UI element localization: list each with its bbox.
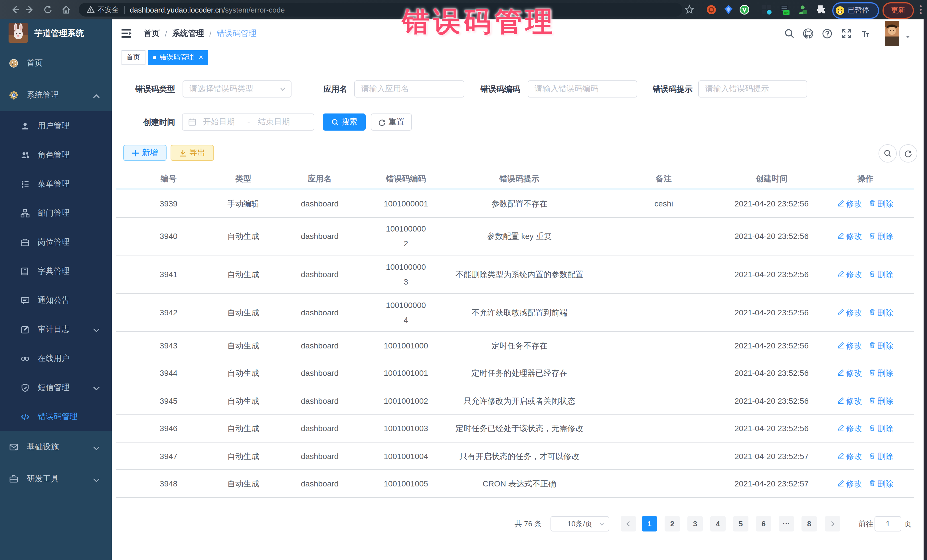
sidebar-item-m10[interactable]: 在线用户 — [0, 344, 112, 373]
edit-link[interactable]: 修改 — [837, 393, 862, 408]
chrome-menu-icon[interactable] — [916, 5, 925, 15]
header-search-icon[interactable] — [784, 29, 795, 39]
pagination-page-2[interactable]: 2 — [664, 516, 680, 531]
edit-link[interactable]: 修改 — [837, 449, 862, 463]
pagination-page-1[interactable]: 1 — [642, 516, 657, 531]
delete-link[interactable]: 删除 — [869, 229, 894, 244]
edit-link[interactable]: 修改 — [837, 338, 862, 353]
pagination-page-5[interactable]: 5 — [733, 516, 748, 531]
edit-link[interactable]: 修改 — [837, 476, 862, 491]
errcode-icon — [21, 412, 30, 421]
delete-link[interactable]: 删除 — [869, 305, 894, 320]
hamburger-icon[interactable] — [120, 27, 132, 39]
breadcrumb-system[interactable]: 系统管理 — [172, 29, 204, 39]
help-icon[interactable] — [822, 29, 832, 39]
address-bar[interactable]: 不安全 dashboard.yudao.iocoder.cn/system/er… — [79, 3, 682, 17]
bookmark-star-icon[interactable] — [685, 5, 694, 14]
delete-link[interactable]: 删除 — [869, 449, 894, 463]
user-avatar[interactable] — [885, 21, 899, 46]
error-hint-input[interactable]: 请输入错误码提示 — [698, 80, 807, 97]
error-type-select[interactable]: 请选择错误码类型 — [182, 80, 292, 97]
pagination-page-8[interactable]: 8 — [801, 516, 817, 531]
delete-link[interactable]: 删除 — [869, 196, 894, 211]
delete-link[interactable]: 删除 — [869, 393, 894, 408]
app-name-input[interactable]: 请输入应用名 — [354, 80, 464, 97]
pagination-page-3[interactable]: 3 — [687, 516, 703, 531]
sidebar-item-m4[interactable]: 菜单管理 — [0, 169, 112, 199]
cell-actions: 修改删除 — [817, 421, 913, 436]
cell-hint: 不能删除类型为系统内置的参数配置 — [437, 267, 602, 282]
sidebar-item-m2[interactable]: 用户管理 — [0, 111, 112, 140]
breadcrumb-home[interactable]: 首页 — [144, 29, 160, 39]
error-code-input[interactable]: 请输入错误码编码 — [528, 80, 637, 97]
forward-icon[interactable] — [25, 5, 34, 14]
cell-type: 自动生成 — [222, 449, 265, 463]
table-search-toggle-button[interactable] — [878, 144, 897, 162]
extension-icon-5[interactable]: on — [779, 5, 790, 15]
edit-link[interactable]: 修改 — [837, 305, 862, 320]
reset-button[interactable]: 重置 — [371, 114, 412, 131]
tab-home[interactable]: 首页 — [121, 50, 145, 65]
back-icon[interactable] — [11, 5, 20, 14]
sidebar-logo[interactable]: 芋道管理系统 — [0, 20, 112, 47]
sidebar-item-error-code-management[interactable]: 错误码管理 — [0, 402, 112, 431]
sidebar-item-m13[interactable]: 基础设施 — [0, 431, 112, 463]
security-chip[interactable]: 不安全 — [87, 5, 119, 15]
pagination-page-4[interactable]: 4 — [710, 516, 726, 531]
edit-link[interactable]: 修改 — [837, 267, 862, 282]
sidebar-item-m7[interactable]: 字典管理 — [0, 256, 112, 286]
sidebar-item-m9[interactable]: 审计日志 — [0, 315, 112, 344]
edit-link[interactable]: 修改 — [837, 421, 862, 436]
edit-link[interactable]: 修改 — [837, 196, 862, 211]
extension-icon-1[interactable] — [706, 5, 716, 15]
delete-link[interactable]: 删除 — [869, 267, 894, 282]
extension-icon-6[interactable] — [798, 5, 808, 15]
sidebar-item-m8[interactable]: 通知公告 — [0, 286, 112, 315]
fullscreen-icon[interactable] — [842, 29, 852, 39]
sidebar-item-home[interactable]: 首页 — [0, 47, 112, 79]
delete-link[interactable]: 删除 — [869, 366, 894, 380]
cell-time: 2021-04-20 23:52:57 — [726, 449, 817, 463]
delete-icon — [869, 366, 876, 380]
delete-link[interactable]: 删除 — [869, 421, 894, 436]
export-button[interactable]: 导出 — [170, 145, 214, 161]
search-button[interactable]: 搜索 — [323, 114, 366, 131]
avatar-caret-icon[interactable] — [905, 33, 911, 40]
pagination-goto-input[interactable]: 1 — [874, 516, 901, 531]
sidebar-item-m14[interactable]: 研发工具 — [0, 463, 112, 495]
pagination-prev-button[interactable] — [620, 516, 636, 531]
extension-icon-4[interactable] — [761, 5, 772, 15]
cell-hint: 参数配置 key 重复 — [437, 229, 602, 244]
sidebar-item-system[interactable]: 系统管理 — [0, 79, 112, 111]
tab-error-code[interactable]: 错误码管理 ✕ — [148, 50, 208, 65]
table-refresh-button[interactable] — [899, 144, 917, 162]
cell-time: 2021-04-20 23:52:56 — [726, 421, 817, 436]
delete-link[interactable]: 删除 — [869, 338, 894, 353]
delete-icon — [869, 476, 876, 491]
sidebar-item-m11[interactable]: 短信管理 — [0, 373, 112, 402]
chrome-update-button[interactable]: 更新 — [883, 2, 914, 19]
delete-link[interactable]: 删除 — [869, 476, 894, 491]
page-scrollbar[interactable] — [924, 20, 927, 560]
extension-icon-2[interactable] — [723, 5, 734, 15]
edit-link[interactable]: 修改 — [837, 229, 862, 244]
pagination-ellipsis[interactable]: ··· — [779, 516, 794, 531]
page-size-select[interactable]: 10条/页 — [550, 516, 609, 531]
date-range-input[interactable]: 开始日期 - 结束日期 — [182, 114, 314, 131]
sidebar-item-m3[interactable]: 角色管理 — [0, 140, 112, 169]
pagination-page-6[interactable]: 6 — [756, 516, 771, 531]
reload-icon[interactable] — [43, 5, 53, 14]
cell-id: 3944 — [115, 366, 222, 380]
edit-link[interactable]: 修改 — [837, 366, 862, 380]
extension-icon-3[interactable] — [739, 5, 749, 15]
profile-paused-badge[interactable]: 已暂停 — [832, 2, 879, 19]
tab-close-icon[interactable]: ✕ — [199, 55, 204, 60]
sidebar-item-m6[interactable]: 岗位管理 — [0, 228, 112, 256]
home-icon[interactable] — [62, 5, 71, 14]
add-button[interactable]: 新增 — [123, 145, 167, 161]
github-icon[interactable] — [802, 28, 814, 39]
pagination-next-button[interactable] — [825, 516, 840, 531]
font-size-icon[interactable] — [860, 29, 870, 39]
sidebar-item-m5[interactable]: 部门管理 — [0, 199, 112, 228]
extensions-puzzle-icon[interactable] — [816, 5, 826, 15]
